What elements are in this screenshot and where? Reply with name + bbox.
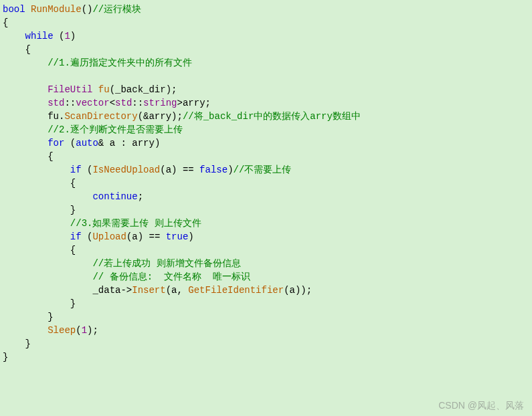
keyword-bool: bool [3, 4, 25, 15]
arg: arry [149, 111, 171, 122]
brace: { [3, 17, 8, 28]
fn: IsNeedUpload [92, 165, 160, 175]
type-string: string [143, 98, 177, 108]
num: 1 [82, 325, 87, 336]
comment: //1.遍历指定文件夹中的所有文件 [48, 58, 192, 68]
brace: { [48, 151, 53, 162]
keyword-continue: continue [92, 191, 137, 202]
var: a [110, 138, 115, 148]
fn: Insert [132, 285, 165, 296]
comment: //将_back_dir中的数据传入arry数组中 [183, 111, 361, 122]
fn: ScanDirectory [64, 111, 137, 122]
obj: _data [92, 285, 120, 296]
brace: { [70, 178, 76, 189]
var: fu [98, 84, 110, 95]
brace: { [70, 245, 76, 255]
arg: a [132, 231, 137, 242]
brace: } [70, 298, 76, 309]
keyword-if: if [70, 165, 82, 175]
ns: std [115, 98, 132, 108]
keyword-while: while [25, 31, 54, 41]
ns: std [48, 98, 64, 108]
brace: } [3, 352, 8, 362]
type-fileutil: FileUtil [48, 84, 92, 95]
keyword-auto: auto [76, 138, 98, 148]
fn-sleep: Sleep [48, 325, 76, 336]
num: 1 [64, 31, 70, 41]
comment: //3.如果需要上传 则上传文件 [70, 218, 201, 229]
brace: } [70, 205, 76, 215]
keyword-if: if [70, 231, 82, 242]
code-block: bool RunModule()//运行模块 { while (1) { //1… [3, 3, 529, 364]
arg: a [166, 165, 171, 175]
keyword-false: false [199, 165, 228, 175]
var: arry [132, 138, 155, 148]
brace: { [25, 44, 31, 55]
watermark-label: CSDN @风起、风落 [438, 399, 524, 412]
fn-runmodule: RunModule [31, 4, 82, 15]
obj: fu [48, 111, 59, 122]
comment: //2.逐个判断文件是否需要上传 [48, 124, 183, 135]
comment: //运行模块 [92, 4, 141, 15]
arg: a [290, 285, 295, 296]
brace: } [48, 312, 53, 322]
type-vector: vector [76, 98, 109, 108]
comment: // 备份信息: 文件名称 唯一标识 [92, 272, 250, 282]
comment: //不需要上传 [234, 165, 292, 175]
keyword-true: true [166, 231, 189, 242]
arg: a [171, 285, 177, 296]
arg: _back_dir [115, 84, 166, 95]
brace: } [25, 338, 31, 349]
var: arry [183, 98, 205, 108]
keyword-for: for [48, 138, 64, 148]
comment: //若上传成功 则新增文件备份信息 [92, 258, 240, 269]
fn: Upload [92, 231, 126, 242]
fn: GetFileIdentifier [188, 285, 284, 296]
